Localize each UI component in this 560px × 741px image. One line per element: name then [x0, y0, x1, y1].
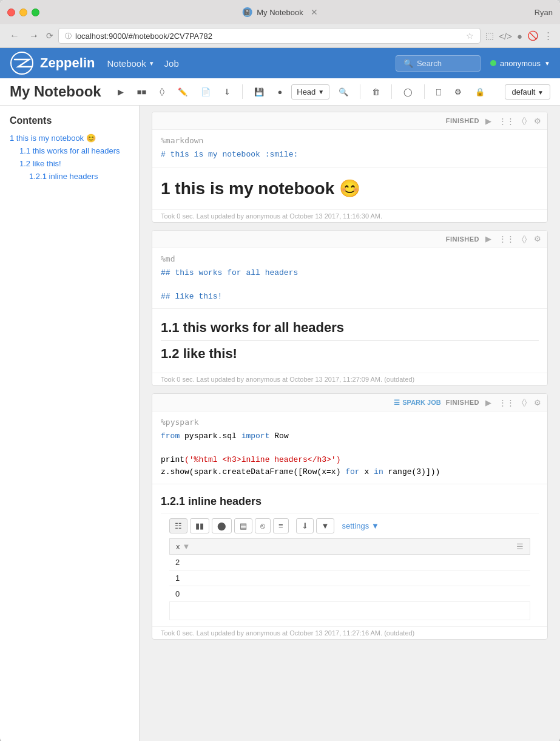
cell-1-settings-btn[interactable]: ⚙: [533, 115, 542, 127]
cell-2-body: %md ## this works for all headers ## lik…: [152, 248, 547, 309]
code-range: range(3)])): [388, 467, 440, 476]
code-print: print: [161, 455, 184, 464]
run-all-button[interactable]: ▶: [113, 85, 128, 99]
cell-2-run-btn[interactable]: ▶: [484, 233, 493, 245]
list-item[interactable]: 1.2 like this!: [10, 159, 129, 168]
cell-3-code: from pyspark.sql import Row print('%html…: [161, 430, 539, 478]
cell-1-output: 1 this is my notebook 😊: [152, 167, 547, 209]
cell-2-line-1: ## this works for all headers: [161, 268, 298, 277]
sort-icon[interactable]: ▼: [183, 542, 191, 551]
code-print-arg: ('%html <h3>inline headers</h3>'): [184, 455, 340, 464]
spark-job-icon: ☰: [394, 399, 400, 407]
pie-chart-btn[interactable]: ⬤: [212, 518, 232, 533]
sidebar-item-4-label: 1.2.1 inline headers: [29, 172, 98, 181]
list-item[interactable]: 1 this is my notebook 😊: [10, 134, 129, 143]
head-dropdown-icon: ▼: [318, 89, 324, 95]
minimize-button[interactable]: [19, 8, 27, 16]
sidebar-link-2[interactable]: 1.1 this works for all headers: [19, 146, 120, 155]
delete-button[interactable]: 🗑: [368, 85, 384, 99]
head-dropdown[interactable]: Head ▼: [291, 84, 329, 100]
user-menu[interactable]: anonymous ▼: [490, 59, 550, 68]
code-view-button[interactable]: 〈〉: [155, 84, 169, 99]
gear-button[interactable]: ⚙: [450, 85, 466, 99]
address-bar: ← → ⟳ ⓘ localhost:9000/#/notebook/2CV7PA…: [0, 24, 560, 48]
download-btn[interactable]: ⇓: [296, 518, 314, 533]
shield-icon[interactable]: ●: [517, 31, 522, 41]
user-label: Ryan: [535, 8, 553, 17]
interpreter-dropdown[interactable]: default ▼: [505, 84, 550, 100]
schedule-button[interactable]: ◯: [399, 85, 417, 99]
scatter-chart-btn[interactable]: ≡: [273, 518, 289, 533]
cell-3-menu-btn[interactable]: ⋮⋮: [498, 397, 516, 408]
zeppelin-logo[interactable]: Zeppelin: [10, 51, 95, 75]
url-bar[interactable]: ⓘ localhost:9000/#/notebook/2CV7PA782 ☆: [58, 28, 481, 44]
bar-chart-btn[interactable]: ▮▮: [190, 518, 209, 533]
download-dropdown-btn[interactable]: ▼: [316, 518, 335, 533]
sidebar-link-3[interactable]: 1.2 like this!: [19, 159, 61, 168]
tab-close-icon[interactable]: ✕: [311, 7, 318, 17]
code-from: from: [161, 431, 180, 441]
forward-button[interactable]: →: [27, 29, 41, 42]
lock-button[interactable]: 🔒: [471, 85, 489, 99]
column-x-label: x: [176, 542, 180, 551]
svg-point-0: [11, 52, 33, 74]
stop-button[interactable]: ■■: [133, 85, 151, 99]
table-settings-btn[interactable]: settings ▼: [342, 521, 379, 530]
clone-button[interactable]: 📄: [197, 85, 215, 99]
cell-1-footer: Took 0 sec. Last updated by anonymous at…: [152, 209, 547, 222]
sidebar-title: Contents: [10, 115, 129, 126]
cell-1-run-btn[interactable]: ▶: [484, 115, 493, 127]
menu-icon[interactable]: ⋮: [544, 30, 553, 41]
edit-button[interactable]: ✏️: [174, 85, 192, 99]
cell-3-run-btn[interactable]: ▶: [484, 397, 493, 408]
notebook-nav-link[interactable]: Notebook ▼: [107, 58, 154, 69]
table-view-btn[interactable]: ☷: [169, 518, 187, 533]
extension-icon[interactable]: </>: [499, 31, 512, 41]
cell-2-menu-btn[interactable]: ⋮⋮: [498, 233, 516, 245]
cell-1-menu-btn[interactable]: ⋮⋮: [498, 115, 516, 127]
cell-2-settings-btn[interactable]: ⚙: [533, 233, 542, 245]
settings-button[interactable]: ●: [273, 85, 286, 99]
export-button[interactable]: ⇓: [220, 85, 235, 99]
job-nav-link[interactable]: Job: [164, 58, 179, 69]
search-in-notebook-button[interactable]: 🔍: [334, 85, 353, 99]
col-menu-icon[interactable]: ☰: [516, 542, 524, 551]
cell-3-code-btn[interactable]: 〈〉: [521, 396, 528, 408]
window-title: 📓 My Notebook ✕: [242, 7, 318, 17]
cell-3-settings-btn[interactable]: ⚙: [533, 397, 542, 408]
url-text: localhost:9000/#/notebook/2CV7PA782: [75, 32, 212, 41]
block-icon[interactable]: 🚫: [527, 30, 539, 41]
maximize-button[interactable]: [32, 8, 39, 16]
cell-3: ☰ SPARK JOB FINISHED ▶ ⋮⋮ 〈〉 ⚙ %pyspark …: [152, 393, 548, 640]
cell-2-output: 1.1 this works for all headers 1.2 like …: [152, 308, 547, 373]
list-item[interactable]: 1.2.1 inline headers: [10, 172, 129, 181]
cell-2-code-btn[interactable]: 〈〉: [521, 233, 528, 245]
cell-2-line-2: ## like this!: [161, 292, 222, 301]
line-chart-btn[interactable]: ⎋: [255, 518, 271, 533]
list-item[interactable]: 1.1 this works for all headers: [10, 146, 129, 155]
sidebar-link-1[interactable]: 1 this is my notebook 😊: [10, 134, 96, 143]
notebook-title: My Notebook: [10, 83, 101, 100]
sidebar: Contents 1 this is my notebook 😊 1.1 thi…: [0, 106, 140, 741]
keyboard-button[interactable]: ⎕: [432, 85, 445, 99]
bookmark-icon[interactable]: ☆: [466, 31, 474, 41]
area-chart-btn[interactable]: ▤: [234, 518, 252, 533]
cast-icon[interactable]: ⬚: [485, 30, 494, 41]
cell-3-status: FINISHED: [446, 399, 479, 406]
traffic-lights: [7, 8, 39, 16]
search-icon: 🔍: [403, 59, 413, 68]
import-button[interactable]: 💾: [250, 85, 268, 99]
cell-1-code-btn[interactable]: 〈〉: [521, 115, 528, 127]
search-bar[interactable]: 🔍 Search: [396, 55, 481, 72]
close-button[interactable]: [7, 8, 15, 16]
download-group: ⇓ ▼: [296, 518, 335, 533]
tab-title-text: My Notebook: [257, 8, 303, 17]
cell-2-separator: [161, 340, 539, 341]
cell-2: FINISHED ▶ ⋮⋮ 〈〉 ⚙ %md ## this works for…: [152, 230, 548, 387]
interpreter-dropdown-icon: ▼: [538, 89, 544, 96]
back-button[interactable]: ←: [7, 29, 22, 42]
sidebar-link-4[interactable]: 1.2.1 inline headers: [29, 172, 98, 181]
refresh-button[interactable]: ⟳: [46, 31, 53, 41]
head-label: Head: [297, 87, 315, 96]
table-empty-row: [169, 602, 530, 620]
